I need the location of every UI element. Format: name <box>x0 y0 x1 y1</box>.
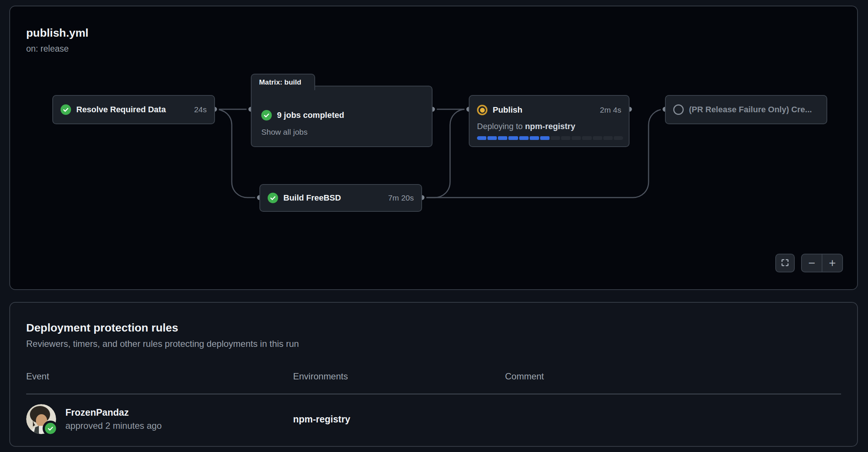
job-node-label: Publish <box>493 105 522 115</box>
job-node-label: Build FreeBSD <box>283 193 341 203</box>
progress-segment <box>582 136 591 140</box>
job-duration: 7m 20s <box>388 193 414 202</box>
rules-table-header: Event Environments Comment <box>26 371 841 394</box>
progress-segment <box>487 136 497 140</box>
graph-edges <box>10 6 857 289</box>
progress-segment <box>614 136 623 140</box>
graph-controls: − + <box>775 254 843 272</box>
progress-segment <box>498 136 507 140</box>
success-check-icon <box>268 193 278 203</box>
column-event: Event <box>26 371 293 382</box>
job-duration: 24s <box>194 105 207 114</box>
progress-segment <box>540 136 550 140</box>
matrix-tab: Matrix: build <box>251 74 315 90</box>
matrix-tab-label: Matrix: build <box>259 78 301 86</box>
approval-status: approved 2 minutes ago <box>65 420 162 432</box>
zoom-in-button[interactable]: + <box>822 254 842 272</box>
job-node-build-freebsd[interactable]: Build FreeBSD 7m 20s <box>259 184 422 212</box>
job-node-publish[interactable]: Publish 2m 4s Deploying to npm-registry <box>469 95 630 147</box>
rules-table: Event Environments Comment <box>26 371 841 445</box>
environment-cell: npm-registry <box>293 414 505 425</box>
approved-check-icon <box>43 421 58 436</box>
success-check-icon <box>61 104 71 115</box>
workflow-trigger: on: release <box>26 43 69 54</box>
in-progress-icon <box>477 105 487 115</box>
progress-segment <box>561 136 570 140</box>
job-node-resolve-required-data[interactable]: Resolve Required Data 24s <box>52 95 215 124</box>
deploy-environment: npm-registry <box>525 122 575 131</box>
fullscreen-button[interactable] <box>775 254 795 272</box>
rules-table-row: FrozenPandaz approved 2 minutes ago npm-… <box>26 394 841 445</box>
show-all-jobs-link[interactable]: Show all jobs <box>261 128 424 137</box>
job-node-label: Resolve Required Data <box>76 105 166 114</box>
column-environments: Environments <box>293 371 505 382</box>
zoom-out-button[interactable]: − <box>802 254 822 272</box>
job-node-pr-release-failure[interactable]: (PR Release Failure Only) Cre... <box>665 95 827 124</box>
progress-segment <box>593 136 602 140</box>
job-node-matrix-build[interactable]: 9 jobs completed Show all jobs <box>251 86 433 147</box>
reviewer-name[interactable]: FrozenPandaz <box>65 406 162 418</box>
column-comment: Comment <box>505 371 841 382</box>
zoom-button-group: − + <box>801 254 843 272</box>
progress-segment <box>508 136 518 140</box>
fullscreen-icon <box>781 258 789 268</box>
event-cell: FrozenPandaz approved 2 minutes ago <box>26 404 293 434</box>
progress-segment <box>519 136 529 140</box>
avatar[interactable] <box>26 404 56 434</box>
progress-segment <box>603 136 613 140</box>
progress-segment <box>572 136 581 140</box>
workflow-title: publish.yml <box>26 26 89 40</box>
job-node-label: 9 jobs completed <box>277 110 344 120</box>
success-check-icon <box>261 110 272 120</box>
workflow-graph-card: publish.yml on: release Resolve Require <box>9 6 858 290</box>
deploy-status-text: Deploying to npm-registry <box>477 121 621 132</box>
publish-progress-bar <box>477 136 623 140</box>
deployment-protection-card: Deployment protection rules Reviewers, t… <box>9 302 858 447</box>
progress-segment <box>530 136 539 140</box>
event-text: FrozenPandaz approved 2 minutes ago <box>65 406 162 432</box>
rules-title: Deployment protection rules <box>26 321 841 335</box>
rules-description: Reviewers, timers, and other rules prote… <box>26 338 841 350</box>
progress-segment <box>477 136 486 140</box>
pending-circle-icon <box>673 104 684 115</box>
progress-segment <box>551 136 560 140</box>
job-duration: 2m 4s <box>600 106 621 114</box>
job-node-label: (PR Release Failure Only) Cre... <box>689 105 812 114</box>
